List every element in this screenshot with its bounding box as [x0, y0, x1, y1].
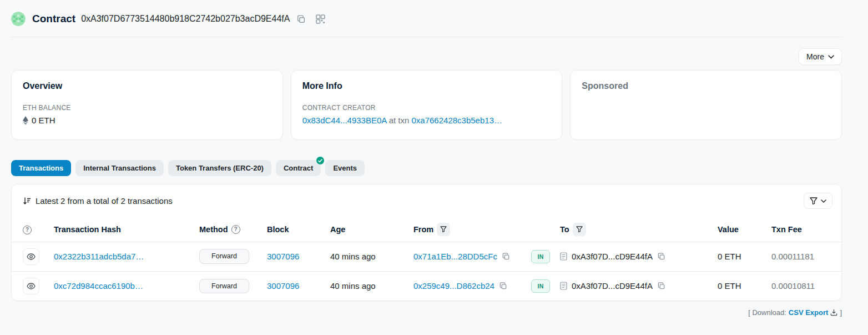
- tx-hash-link[interactable]: 0x2322b311adcb5da7…: [54, 252, 144, 261]
- age-cell: 40 mins ago: [325, 271, 408, 301]
- csv-export-link[interactable]: CSV Export: [789, 308, 829, 317]
- column-transaction-hash: Transaction Hash: [48, 217, 194, 242]
- to-filter-icon[interactable]: [573, 223, 586, 236]
- block-link[interactable]: 3007096: [267, 281, 299, 291]
- eth-icon: [23, 116, 28, 125]
- tab-token-transfers[interactable]: Token Transfers (ERC-20): [168, 160, 271, 176]
- copy-icon[interactable]: [657, 252, 665, 261]
- tab-internal-transactions[interactable]: Internal Transactions: [75, 160, 164, 176]
- from-address-link[interactable]: 0x71a1Eb...28DD5cFc: [413, 252, 497, 261]
- sponsored-card: Sponsored: [570, 70, 842, 140]
- contract-creator-line: 0x83dC44...4933BE0A at txn 0xa7662428c3b…: [302, 116, 551, 125]
- more-button[interactable]: More: [799, 48, 842, 65]
- value-cell: 0 ETH: [712, 271, 766, 301]
- value-cell: 0 ETH: [712, 242, 766, 271]
- chevron-down-icon: [821, 199, 826, 203]
- column-from: From: [413, 225, 433, 234]
- tab-token-transfers-label: Token Transfers (ERC-20): [176, 164, 264, 172]
- txn-fee-cell: 0.00011181: [766, 242, 842, 271]
- direction-badge: IN: [531, 279, 550, 293]
- download-row: [ Download: CSV Export ]: [11, 308, 842, 317]
- tab-contract-label: Contract: [284, 164, 313, 172]
- contract-doc-icon: [560, 252, 567, 261]
- sort-icon: [23, 197, 31, 205]
- tab-events-label: Events: [333, 164, 357, 172]
- table-row: 0xc72d984ccac6190b… Forward 3007096 40 m…: [12, 271, 842, 301]
- at-txn-text: at txn: [389, 116, 410, 125]
- table-row: 0x2322b311adcb5da7… Forward 3007096 40 m…: [12, 242, 842, 271]
- download-suffix: ]: [840, 308, 842, 317]
- tab-transactions[interactable]: Transactions: [11, 160, 71, 176]
- preview-eye-button[interactable]: [23, 278, 39, 294]
- method-badge: Forward: [199, 249, 249, 264]
- eth-balance-value-row: 0 ETH: [23, 116, 271, 125]
- to-address: 0xA3f07D...cD9E44fA: [572, 252, 653, 261]
- tab-internal-transactions-label: Internal Transactions: [83, 164, 156, 172]
- preview-eye-button[interactable]: [23, 248, 39, 265]
- verified-check-icon: [316, 156, 325, 165]
- transactions-summary: Latest 2 from a total of 2 transactions: [23, 196, 173, 206]
- contract-creator-label: CONTRACT CREATOR: [302, 104, 551, 112]
- funnel-icon: [810, 197, 817, 204]
- download-prefix: [ Download:: [748, 308, 786, 317]
- transactions-card: Latest 2 from a total of 2 transactions …: [11, 184, 842, 301]
- block-link[interactable]: 3007096: [267, 252, 299, 261]
- tab-contract[interactable]: Contract: [276, 160, 321, 176]
- tab-bar: Transactions Internal Transactions Token…: [11, 160, 842, 176]
- column-method: Method: [199, 225, 228, 234]
- txn-fee-cell: 0.00010811: [766, 271, 842, 301]
- copy-address-icon[interactable]: [296, 14, 306, 24]
- page-header: Contract 0xA3f07D6773514480b918C2742b027…: [11, 0, 842, 37]
- contract-identicon: [11, 12, 26, 26]
- tab-events[interactable]: Events: [325, 160, 365, 176]
- direction-badge: IN: [531, 250, 550, 263]
- to-address: 0xA3f07D...cD9E44fA: [572, 281, 653, 291]
- tab-transactions-label: Transactions: [19, 164, 63, 172]
- eth-balance-value: 0 ETH: [32, 116, 55, 125]
- age-cell: 40 mins ago: [325, 242, 408, 271]
- column-block: Block: [261, 217, 325, 242]
- column-age[interactable]: Age: [325, 217, 408, 242]
- table-header-row: ? Transaction Hash Method ? Block Age Fr…: [12, 217, 842, 242]
- help-icon[interactable]: ?: [23, 226, 32, 234]
- page-title: Contract: [32, 13, 75, 25]
- column-txn-fee[interactable]: Txn Fee: [766, 217, 842, 242]
- eth-balance-label: ETH BALANCE: [23, 104, 271, 112]
- column-value: Value: [712, 217, 766, 242]
- creator-address-link[interactable]: 0x83dC44...4933BE0A: [302, 116, 387, 125]
- tx-hash-link[interactable]: 0xc72d984ccac6190b…: [54, 281, 143, 291]
- copy-icon[interactable]: [502, 252, 510, 261]
- copy-icon[interactable]: [499, 282, 507, 290]
- method-help-icon[interactable]: ?: [231, 225, 240, 234]
- table-filter-button[interactable]: [804, 193, 832, 209]
- more-button-label: More: [806, 52, 824, 61]
- more-info-card: More Info CONTRACT CREATOR 0x83dC44...49…: [291, 70, 563, 140]
- from-filter-icon[interactable]: [437, 223, 450, 236]
- more-info-title: More Info: [302, 81, 551, 91]
- from-address-link[interactable]: 0x259c49...D862cb24: [413, 281, 494, 291]
- method-badge: Forward: [199, 279, 249, 294]
- creation-txn-link[interactable]: 0xa7662428c3b5eb13…: [412, 116, 502, 125]
- transactions-table: ? Transaction Hash Method ? Block Age Fr…: [12, 217, 842, 301]
- contract-doc-icon: [560, 282, 567, 290]
- transactions-summary-text: Latest 2 from a total of 2 transactions: [36, 196, 173, 206]
- qr-code-icon[interactable]: [316, 14, 325, 24]
- download-icon[interactable]: [830, 309, 837, 316]
- contract-address: 0xA3f07D6773514480b918C2742b027b3acD9E44…: [81, 14, 290, 24]
- chevron-down-icon: [828, 55, 834, 59]
- sponsored-title: Sponsored: [582, 81, 830, 91]
- overview-title: Overview: [23, 81, 271, 91]
- copy-icon[interactable]: [657, 282, 665, 290]
- column-to: To: [560, 225, 569, 234]
- overview-card: Overview ETH BALANCE 0 ETH: [11, 70, 283, 140]
- info-cards: Overview ETH BALANCE 0 ETH More Info CON…: [11, 70, 842, 140]
